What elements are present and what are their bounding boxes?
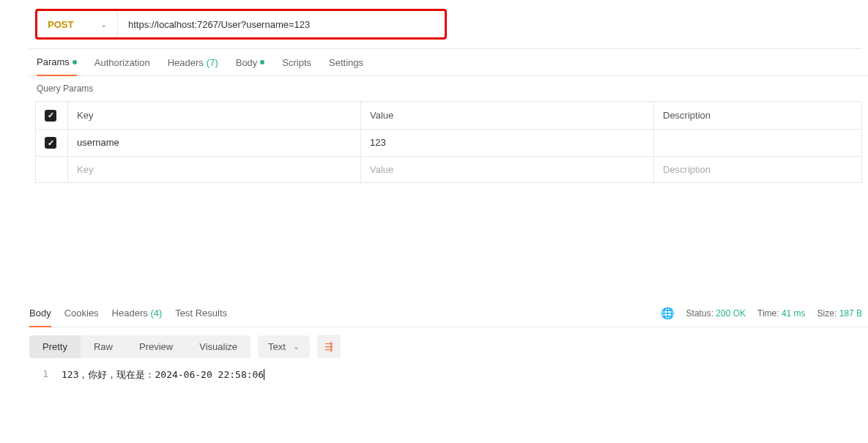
status-label: Status: xyxy=(686,308,713,319)
header-description: Description xyxy=(654,102,861,130)
tab-scripts[interactable]: Scripts xyxy=(282,56,311,75)
resp-tab-headers-count: (4) xyxy=(150,308,162,319)
row-checkbox[interactable] xyxy=(45,137,56,149)
tab-settings[interactable]: Settings xyxy=(329,56,363,75)
tab-headers[interactable]: Headers (7) xyxy=(168,56,218,75)
query-params-table: Key Value Description username 123 Key V… xyxy=(35,101,862,183)
tab-headers-label: Headers xyxy=(168,57,204,68)
globe-icon[interactable]: 🌐 xyxy=(661,307,675,320)
header-key: Key xyxy=(68,102,361,130)
status-value: 200 OK xyxy=(716,308,746,319)
resp-tab-cookies[interactable]: Cookies xyxy=(64,308,99,327)
resp-tab-test-results[interactable]: Test Results xyxy=(175,308,227,327)
time-group: Time: 41 ms xyxy=(757,308,806,319)
param-description-cell[interactable] xyxy=(654,130,861,157)
code-line: 1 123，你好，现在是：2024-06-20 22:58:06 xyxy=(29,368,868,381)
response-tabs: Body Cookies Headers (4) Test Results xyxy=(29,300,227,327)
param-value-cell[interactable]: 123 xyxy=(361,130,654,157)
chevron-down-icon: ⌄ xyxy=(100,20,107,29)
size-group: Size: 187 B xyxy=(817,308,862,319)
response-body-area[interactable]: 1 123，你好，现在是：2024-06-20 22:58:06 xyxy=(29,365,868,384)
view-pretty-button[interactable]: Pretty xyxy=(29,335,81,358)
status-group: Status: 200 OK xyxy=(686,308,746,319)
wrap-lines-button[interactable]: ⇶ xyxy=(317,335,341,358)
format-label: Text xyxy=(268,341,286,352)
view-visualize-button[interactable]: Visualize xyxy=(186,335,251,358)
size-value: 187 B xyxy=(839,308,862,319)
tab-headers-count: (7) xyxy=(207,57,218,68)
request-url-bar: POST ⌄ xyxy=(35,9,447,40)
time-label: Time: xyxy=(757,308,779,319)
response-status-bar: 🌐 Status: 200 OK Time: 41 ms Size: 187 B xyxy=(661,307,862,320)
response-section: Body Cookies Headers (4) Test Results 🌐 … xyxy=(29,300,868,384)
active-dot-icon xyxy=(260,60,264,64)
tab-body-label: Body xyxy=(236,57,258,68)
query-params-heading: Query Params xyxy=(29,76,868,101)
tab-params-label: Params xyxy=(37,56,70,67)
header-value: Value xyxy=(361,102,654,130)
tab-body[interactable]: Body xyxy=(236,56,265,75)
size-label: Size: xyxy=(817,308,837,319)
resp-tab-headers-label: Headers xyxy=(112,308,148,319)
param-description-placeholder[interactable]: Description xyxy=(654,157,861,182)
param-value-placeholder[interactable]: Value xyxy=(361,157,654,182)
format-select[interactable]: Text ⌄ xyxy=(258,335,310,358)
response-view-row: Pretty Raw Preview Visualize Text ⌄ ⇶ xyxy=(29,327,868,365)
active-dot-icon xyxy=(73,60,77,64)
chevron-down-icon: ⌄ xyxy=(293,342,300,351)
tab-authorization[interactable]: Authorization xyxy=(94,56,150,75)
select-all-checkbox[interactable] xyxy=(45,110,56,122)
wrap-icon: ⇶ xyxy=(324,340,333,352)
line-content: 123，你好，现在是：2024-06-20 22:58:06 xyxy=(62,368,264,381)
header-checkbox-cell xyxy=(36,102,68,130)
view-mode-group: Pretty Raw Preview Visualize xyxy=(29,335,251,358)
http-method-select[interactable]: POST ⌄ xyxy=(37,11,118,37)
table-row[interactable]: username 123 xyxy=(36,130,861,157)
resp-tab-headers[interactable]: Headers (4) xyxy=(112,308,163,327)
http-method-label: POST xyxy=(48,19,73,30)
time-value: 41 ms xyxy=(782,308,806,319)
tab-params[interactable]: Params xyxy=(37,56,77,76)
url-input[interactable] xyxy=(118,11,445,37)
resp-tab-body[interactable]: Body xyxy=(29,308,51,327)
param-key-cell[interactable]: username xyxy=(68,130,361,157)
table-row-placeholder[interactable]: Key Value Description xyxy=(36,157,861,182)
view-preview-button[interactable]: Preview xyxy=(126,335,186,358)
line-number: 1 xyxy=(29,368,62,381)
view-raw-button[interactable]: Raw xyxy=(81,335,126,358)
param-key-placeholder[interactable]: Key xyxy=(68,157,361,182)
request-tabs: Params Authorization Headers (7) Body Sc… xyxy=(29,49,868,76)
